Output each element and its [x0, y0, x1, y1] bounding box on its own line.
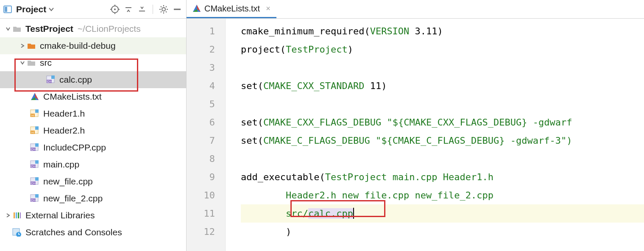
svg-rect-1 — [5, 7, 7, 12]
chevron-right-icon — [4, 213, 12, 218]
cmake-file-icon — [30, 92, 40, 101]
code-area[interactable]: cmake_minimum_required(VERSION 3.11) pro… — [226, 19, 644, 251]
locate-icon[interactable] — [109, 4, 120, 15]
line-number: 8 — [187, 150, 215, 168]
svg-text:H: H — [31, 131, 34, 134]
line-number: 10 — [187, 186, 215, 204]
svg-rect-50 — [18, 212, 19, 218]
tree-item-label: src — [40, 58, 52, 68]
tree-item-header1[interactable]: H Header1.h — [0, 105, 186, 122]
tab-cmakelists[interactable]: CMakeLists.txt × — [187, 0, 276, 18]
folder-excluded-icon — [26, 42, 36, 49]
svg-line-16 — [166, 11, 167, 12]
tree-item-label: IncludeCPP.cpp — [43, 142, 106, 153]
svg-text:C++: C++ — [31, 165, 36, 168]
expand-all-icon[interactable] — [123, 4, 134, 15]
folder-icon — [12, 25, 22, 32]
svg-point-3 — [114, 8, 116, 10]
tree-item-label: main.cpp — [43, 159, 79, 170]
line-number: 4 — [187, 77, 215, 95]
project-view-icon — [3, 6, 12, 13]
project-dropdown[interactable]: Project — [14, 3, 56, 15]
tab-label: CMakeLists.txt — [204, 4, 260, 14]
cpp-file-icon: C++ — [30, 160, 40, 169]
line-number: 11 — [187, 204, 215, 223]
project-sidebar: Project TestProject ~/CLionProjects — [0, 0, 187, 251]
caret — [353, 208, 354, 219]
scratches-icon — [12, 228, 22, 237]
svg-rect-27 — [35, 109, 39, 113]
tree-item-label: Header2.h — [43, 126, 85, 136]
svg-line-18 — [166, 6, 167, 7]
svg-rect-47 — [35, 194, 39, 198]
tree-item-label: External Libraries — [25, 210, 95, 220]
tree-item-header2[interactable]: H Header2.h — [0, 122, 186, 139]
tree-item-includecpp[interactable]: C++ IncludeCPP.cpp — [0, 139, 186, 156]
cmake-file-icon — [192, 4, 201, 13]
svg-rect-43 — [35, 177, 39, 181]
cpp-file-icon: C++ — [30, 194, 40, 203]
editor-tabs: CMakeLists.txt × — [187, 0, 644, 19]
tree-scratches[interactable]: Scratches and Consoles — [0, 224, 186, 241]
tree-item-cmake-build[interactable]: cmake-build-debug — [0, 37, 186, 54]
tree-item-main[interactable]: C++ main.cpp — [0, 156, 186, 173]
tree-root-path: ~/CLionProjects — [78, 24, 141, 34]
svg-point-10 — [162, 8, 165, 11]
editor-pane: CMakeLists.txt × 1 2 3 4 5 6 7 8 9 10 11… — [187, 0, 644, 251]
chevron-down-icon — [49, 7, 54, 11]
project-dropdown-label: Project — [16, 4, 46, 14]
svg-text:C++: C++ — [31, 199, 36, 202]
svg-rect-49 — [16, 212, 17, 218]
tree-item-label: Header1.h — [43, 109, 85, 119]
line-number: 1 — [187, 22, 215, 40]
tree-external-libs[interactable]: External Libraries — [0, 207, 186, 224]
tree-root-label: TestProject — [25, 24, 73, 34]
chevron-right-icon — [19, 43, 26, 48]
tree-item-cmakelists[interactable]: CMakeLists.txt — [0, 88, 186, 105]
line-number: 3 — [187, 59, 215, 77]
tree-item-newfile2[interactable]: C++ new_file_2.cpp — [0, 190, 186, 207]
hide-icon[interactable] — [172, 4, 183, 15]
cpp-file-icon: C++ — [46, 75, 56, 84]
line-number: 9 — [187, 168, 215, 186]
editor-body: 1 2 3 4 5 6 7 8 9 10 11 12 cmake_minimum… — [187, 19, 644, 251]
cpp-file-icon: C++ — [30, 143, 40, 152]
line-number: 5 — [187, 95, 215, 113]
collapse-all-icon[interactable] — [137, 4, 148, 15]
tree-item-label: new_file_2.cpp — [43, 193, 103, 204]
line-number: 7 — [187, 131, 215, 150]
svg-rect-31 — [35, 126, 39, 130]
svg-rect-23 — [51, 75, 55, 79]
svg-rect-51 — [20, 212, 21, 218]
svg-line-15 — [161, 6, 162, 7]
tree-item-label: calc.cpp — [59, 75, 92, 85]
tree-item-label: new_file.cpp — [43, 176, 93, 187]
h-file-icon: H — [30, 109, 40, 118]
tree-item-newfile[interactable]: C++ new_file.cpp — [0, 173, 186, 190]
tree-item-label: CMakeLists.txt — [43, 92, 102, 102]
h-file-icon: H — [30, 126, 40, 135]
svg-rect-35 — [35, 143, 39, 147]
tree-root[interactable]: TestProject ~/CLionProjects — [0, 20, 186, 37]
line-number: 2 — [187, 40, 215, 59]
tree-item-calc[interactable]: C++ calc.cpp — [0, 71, 186, 88]
line-number: 12 — [187, 223, 215, 241]
gear-icon[interactable] — [158, 4, 169, 15]
cpp-file-icon: C++ — [30, 177, 40, 186]
tree-item-label: Scratches and Consoles — [25, 227, 122, 237]
chevron-down-icon — [4, 26, 12, 31]
folder-icon — [26, 59, 36, 66]
gutter: 1 2 3 4 5 6 7 8 9 10 11 12 — [187, 19, 226, 251]
libraries-icon — [12, 212, 22, 219]
close-tab-icon[interactable]: × — [266, 4, 270, 13]
svg-text:H: H — [31, 114, 34, 117]
tree-item-src[interactable]: src — [0, 54, 186, 71]
sidebar-toolbar: Project — [0, 0, 186, 19]
line-number: 6 — [187, 113, 215, 131]
svg-rect-48 — [14, 212, 15, 218]
project-tree[interactable]: TestProject ~/CLionProjects cmake-build-… — [0, 19, 186, 251]
svg-text:C++: C++ — [31, 148, 36, 151]
svg-text:C++: C++ — [47, 80, 53, 83]
svg-rect-39 — [35, 160, 39, 164]
tree-item-label: cmake-build-debug — [40, 41, 116, 51]
